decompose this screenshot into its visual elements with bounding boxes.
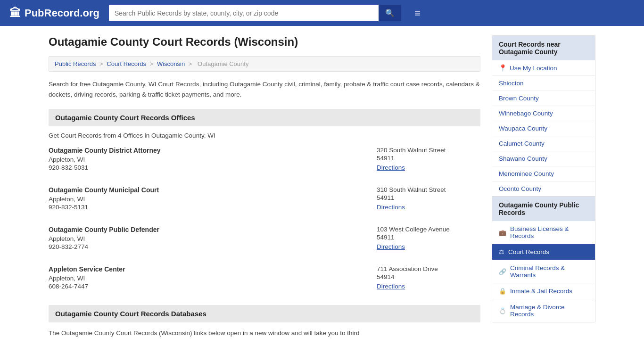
directions-link[interactable]: Directions [377,283,405,290]
breadcrumb-sep-2: > [150,60,155,67]
use-location-link[interactable]: Use My Location [510,65,557,72]
site-header: 🏛 PubRecord.org 🔍 ≡ [0,0,644,26]
logo-icon: 🏛 [9,7,21,20]
office-right: 711 Association Drive 54914 Directions [377,265,480,290]
use-location-item[interactable]: 📍 Use My Location [492,60,595,76]
office-right: 310 South Walnut Street 54911 Directions [377,186,480,211]
office-left: Outagamie County Public Defender Appleto… [49,226,377,250]
directions-link[interactable]: Directions [377,243,405,250]
public-records-list: 💼 Business Licenses & Records ⚖ Court Re… [492,221,595,322]
breadcrumb-public-records[interactable]: Public Records [55,60,96,67]
shawano-county-link[interactable]: Shawano County [499,155,547,162]
office-zip: 54914 [377,273,480,280]
directions-link[interactable]: Directions [377,164,405,171]
rec-criminal-records[interactable]: 🔗 Criminal Records & Warrants [492,260,595,283]
main-content: Outagamie County Court Records (Wisconsi… [49,35,480,338]
databases-description: The Outagamie County Court Records (Wisc… [49,328,480,338]
nearby-menominee-county[interactable]: Menominee County [492,166,595,181]
office-address: 711 Association Drive [377,265,480,272]
directions-link[interactable]: Directions [377,204,405,211]
oconto-county-link[interactable]: Oconto County [499,185,541,192]
office-phone: 920-832-5031 [49,164,377,171]
office-address: 320 South Walnut Street [377,147,480,154]
breadcrumb-current: Outagamie County [198,60,248,67]
office-city: Appleton, WI [49,156,377,163]
office-name: Outagamie County Municipal Court [49,186,377,194]
breadcrumb-sep-3: > [189,60,194,67]
hamburger-icon: ≡ [414,7,421,19]
shiocton-link[interactable]: Shiocton [499,80,524,87]
databases-section: Outagamie County Court Records Databases… [49,305,480,338]
office-zip: 54911 [377,155,480,162]
breadcrumb-court-records[interactable]: Court Records [107,60,146,67]
main-container: Outagamie County Court Records (Wisconsi… [39,26,605,348]
office-city: Appleton, WI [49,275,377,282]
search-icon: 🔍 [385,9,395,17]
nearby-list: 📍 Use My Location Shiocton Brown County … [492,60,595,196]
nearby-shiocton[interactable]: Shiocton [492,76,595,91]
ring-icon: 💍 [499,307,506,314]
nearby-brown-county[interactable]: Brown County [492,91,595,106]
office-phone: 920-832-5131 [49,204,377,211]
court-records-label: Court Records [508,248,549,255]
office-city: Appleton, WI [49,235,377,242]
public-records-header: Outagamie County Public Records [492,196,595,221]
menu-button[interactable]: ≡ [411,6,424,20]
office-right: 320 South Walnut Street 54911 Directions [377,147,480,171]
office-left: Outagamie County Municipal Court Appleto… [49,186,377,211]
page-description: Search for free Outagamie County, WI Cou… [49,79,480,99]
logo-text: PubRecord.org [25,7,99,19]
site-logo[interactable]: 🏛 PubRecord.org [9,7,99,20]
lock-icon: 🔒 [499,288,506,295]
winnebago-county-link[interactable]: Winnebago County [499,110,553,117]
office-city: Appleton, WI [49,196,377,203]
offices-section-header: Outagamie County Court Records Offices [49,109,480,126]
office-left: Appleton Service Center Appleton, WI 608… [49,265,377,290]
criminal-records-link[interactable]: Criminal Records & Warrants [510,264,588,279]
search-bar: 🔍 [109,5,401,21]
databases-section-header: Outagamie County Court Records Databases [49,305,480,322]
office-card: Outagamie County Municipal Court Appleto… [49,186,480,214]
rec-business-licenses[interactable]: 💼 Business Licenses & Records [492,221,595,244]
search-input[interactable] [109,5,379,21]
calumet-county-link[interactable]: Calumet County [499,140,545,147]
marriage-records-link[interactable]: Marriage & Divorce Records [510,304,588,318]
office-phone: 608-264-7447 [49,283,377,290]
nearby-header: Court Records near Outagamie County [492,36,595,60]
business-licenses-link[interactable]: Business Licenses & Records [510,225,588,239]
chain-icon: 🔗 [499,268,506,275]
nearby-oconto-county[interactable]: Oconto County [492,181,595,196]
office-name: Outagamie County District Attorney [49,147,377,154]
nearby-section: Court Records near Outagamie County 📍 Us… [492,35,595,322]
menominee-county-link[interactable]: Menominee County [499,170,554,177]
office-address: 103 West College Avenue [377,226,480,233]
office-phone: 920-832-2774 [49,243,377,250]
page-title: Outagamie County Court Records (Wisconsi… [49,35,480,49]
office-name: Appleton Service Center [49,265,377,273]
breadcrumb: Public Records > Court Records > Wiscons… [49,56,480,72]
office-address: 310 South Walnut Street [377,186,480,193]
offices-list: Outagamie County District Attorney Apple… [49,147,480,294]
rec-marriage-records[interactable]: 💍 Marriage & Divorce Records [492,299,595,322]
breadcrumb-sep-1: > [99,60,105,67]
office-left: Outagamie County District Attorney Apple… [49,147,377,171]
office-card: Outagamie County District Attorney Apple… [49,147,480,175]
nearby-winnebago-county[interactable]: Winnebago County [492,106,595,121]
location-pin-icon: 📍 [499,64,507,72]
office-card: Outagamie County Public Defender Appleto… [49,226,480,254]
nearby-shawano-county[interactable]: Shawano County [492,151,595,166]
office-zip: 54911 [377,234,480,241]
nearby-calumet-county[interactable]: Calumet County [492,136,595,151]
breadcrumb-wisconsin[interactable]: Wisconsin [157,60,185,67]
waupaca-county-link[interactable]: Waupaca County [499,125,547,132]
nearby-waupaca-county[interactable]: Waupaca County [492,121,595,136]
scales-icon: ⚖ [499,248,504,255]
search-button[interactable]: 🔍 [379,5,401,21]
rec-court-records[interactable]: ⚖ Court Records [492,244,595,260]
rec-inmate-records[interactable]: 🔒 Inmate & Jail Records [492,283,595,299]
office-zip: 54911 [377,194,480,201]
inmate-records-link[interactable]: Inmate & Jail Records [510,288,572,295]
briefcase-icon: 💼 [499,229,506,236]
brown-county-link[interactable]: Brown County [499,95,539,102]
sidebar: Court Records near Outagamie County 📍 Us… [492,35,595,338]
